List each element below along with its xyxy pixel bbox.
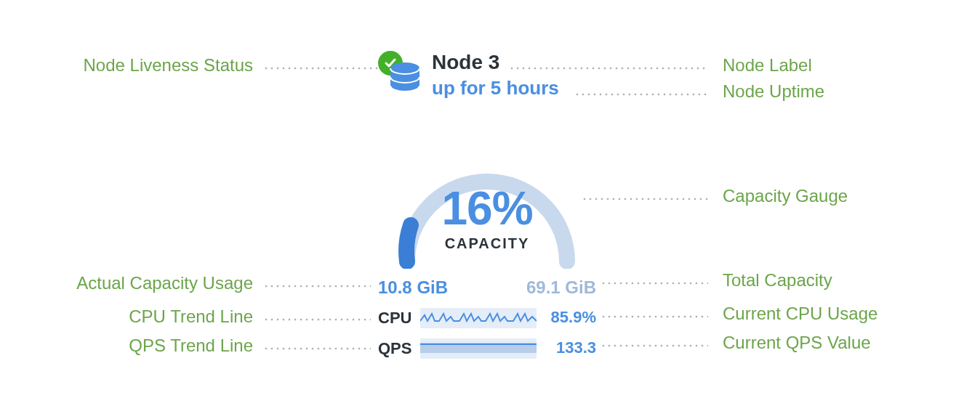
qps-sparkline [420,338,537,359]
qps-value: 133.3 [556,338,596,357]
annotation-qps-trend: QPS Trend Line [106,336,253,356]
node-uptime: up for 5 hours [432,77,559,99]
capacity-used: 10.8 GiB [378,277,448,297]
annotation-actual-capacity: Actual Capacity Usage [58,273,253,293]
capacity-gauge: 16% CAPACITY [378,123,596,269]
annotation-node-uptime: Node Uptime [723,81,824,102]
node-card: Node 3 up for 5 hours 16% CAPACITY 10.8 … [378,51,625,359]
capacity-label: CAPACITY [378,235,596,252]
annotation-cpu-trend: CPU Trend Line [106,306,253,327]
capacity-percent: 16% [378,182,596,235]
annotation-node-label: Node Label [723,55,812,76]
qps-row: QPS 133.3 [378,338,596,359]
connector-dots [263,347,371,350]
annotation-cpu-value: Current CPU Usage [723,304,877,324]
qps-label: QPS [378,339,417,358]
node-header: Node 3 up for 5 hours [378,51,625,109]
annotation-capacity-gauge: Capacity Gauge [723,186,848,206]
capacity-values-row: 10.8 GiB 69.1 GiB [378,277,596,298]
cpu-label: CPU [378,309,417,328]
node-label: Node 3 [432,51,499,74]
capacity-total: 69.1 GiB [526,277,596,298]
cpu-row: CPU 85.9% [378,308,596,328]
cpu-sparkline [420,308,537,328]
connector-dots [263,318,371,321]
connector-dots [263,285,371,288]
annotation-liveness: Node Liveness Status [70,55,253,76]
connector-dots [263,67,378,70]
database-icon [388,61,422,97]
cpu-value: 85.9% [551,308,596,327]
annotation-qps-value: Current QPS Value [723,333,871,353]
annotation-total-capacity: Total Capacity [723,270,832,291]
